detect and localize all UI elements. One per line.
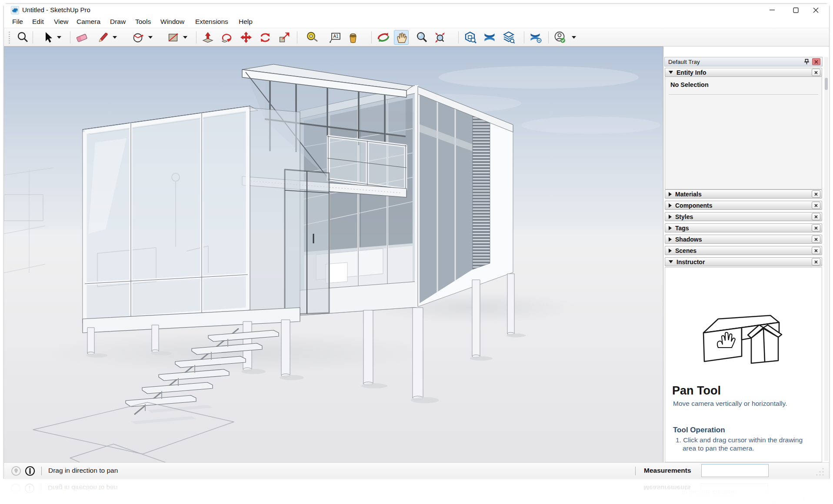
section-close-icon[interactable] [812,247,820,254]
instructor-operation-step: 1. Click and drag cursor within the draw… [676,436,814,452]
section-styles[interactable]: Styles [665,212,822,221]
collapse-arrow-icon [669,260,673,263]
section-shadows[interactable]: Shadows [665,235,822,244]
toolbar-separator [548,31,549,43]
menu-tools[interactable]: Tools [135,18,151,26]
toolbar-separator [297,31,297,43]
default-tray-header[interactable]: Default Tray [664,57,823,66]
section-entity-info[interactable]: Entity Info [665,68,822,77]
surface-reflection: Drag in direction to pan Measurements 1.… [3,479,830,504]
reflection-fade [3,479,830,504]
pin-icon[interactable] [803,58,810,65]
section-close-icon[interactable] [812,235,820,243]
account-dropdown-icon[interactable] [572,36,576,39]
move-tool-icon[interactable] [239,30,253,45]
instructor-tool-title: Pan Tool [672,384,721,398]
menu-file[interactable]: File [12,18,23,26]
section-label: Components [675,202,812,209]
section-label: Scenes [675,247,812,254]
info-icon[interactable] [25,466,35,476]
scale-tool-icon[interactable] [277,30,292,45]
minimize-button[interactable] [762,4,782,16]
window-title: Untitled - SketchUp Pro [22,6,90,13]
rotate-tool-icon[interactable] [258,30,273,45]
tray-scrollbar[interactable] [824,57,828,461]
expand-arrow-icon [669,192,672,196]
section-close-icon[interactable] [812,213,820,220]
toolbar-separator [196,31,197,43]
zoom-tool-icon[interactable] [414,30,429,45]
reflection-instructor-text: 1. Click and drag cursor within the draw… [682,489,825,504]
section-close-icon[interactable] [812,258,820,265]
3d-warehouse-icon[interactable] [482,30,497,45]
default-tray: Default Tray Entity Info No Selection [663,46,829,462]
resize-grip[interactable] [813,465,825,477]
reflection-strip: Drag in direction to pan Measurements 1.… [3,479,830,504]
close-button[interactable] [806,4,826,16]
search-tool-icon[interactable] [15,30,30,45]
paint-bucket-tool-icon[interactable] [346,30,360,45]
section-close-icon[interactable] [812,224,820,232]
entity-info-body: No Selection [665,77,822,189]
arc-tool-icon[interactable] [131,30,146,45]
push-pull-tool-icon[interactable] [200,30,215,45]
line-dropdown-icon[interactable] [113,36,117,39]
measurements-input[interactable] [701,464,769,477]
extension-manager-icon[interactable] [528,30,543,45]
toolbar-grip[interactable] [9,32,10,43]
model-viewport[interactable] [4,46,663,462]
reflection-measurements-label: Measurements [643,484,691,492]
expand-arrow-icon [669,237,672,242]
orbit-tool-icon[interactable] [376,30,391,45]
section-label: Entity Info [676,69,812,76]
instructor-operation-title: Tool Operation [673,426,725,434]
section-close-icon[interactable] [812,69,820,76]
line-tool-icon[interactable] [95,30,110,45]
expand-arrow-icon [669,215,672,219]
rectangle-tool-icon[interactable] [166,30,180,45]
toolbar-separator [524,31,524,43]
select-tool-icon[interactable] [40,30,55,45]
extension-warehouse-icon[interactable] [463,30,478,45]
reflection-separator [41,484,41,492]
status-separator [635,467,636,475]
section-instructor[interactable]: Instructor [665,257,822,266]
share-model-icon[interactable] [501,30,516,45]
follow-me-tool-icon[interactable] [220,30,234,45]
section-close-icon[interactable] [812,190,820,198]
eraser-tool-icon[interactable] [74,30,89,45]
tray-scrollbar-thumb[interactable] [825,78,828,90]
menu-view[interactable]: View [54,18,68,26]
toolbar-separator [458,31,459,43]
menu-camera[interactable]: Camera [77,18,100,26]
arc-dropdown-icon[interactable] [148,36,153,39]
section-tags[interactable]: Tags [665,223,822,232]
default-tray-title: Default Tray [668,59,803,65]
section-materials[interactable]: Materials [665,189,822,199]
menu-draw[interactable]: Draw [110,18,126,26]
menu-help[interactable]: Help [239,18,253,26]
menu-bar: File Edit View Camera Draw Tools Window … [4,16,829,28]
tray-close-icon[interactable] [812,58,820,65]
tape-measure-tool-icon[interactable] [305,30,320,45]
status-bar: Drag in direction to pan Measurements [4,462,829,479]
title-bar: Untitled - SketchUp Pro [4,4,829,16]
expand-arrow-icon [669,249,672,253]
rectangle-dropdown-icon[interactable] [183,36,187,39]
select-dropdown-icon[interactable] [57,36,61,39]
section-scenes[interactable]: Scenes [665,246,822,255]
expand-arrow-icon [669,226,672,230]
section-close-icon[interactable] [812,202,820,209]
menu-extensions[interactable]: Extensions [195,18,228,26]
zoom-extents-tool-icon[interactable] [433,30,447,45]
geolocation-icon[interactable] [11,466,21,476]
menu-edit[interactable]: Edit [32,18,44,26]
pan-tool-icon[interactable] [394,30,409,45]
text-tool-icon[interactable]: A1 [328,30,343,45]
sketchup-logo-icon [11,6,19,14]
account-icon[interactable] [553,30,567,45]
model-canvas[interactable] [4,47,663,462]
section-components[interactable]: Components [665,201,822,210]
maximize-button[interactable] [786,4,806,16]
menu-window[interactable]: Window [160,18,184,26]
